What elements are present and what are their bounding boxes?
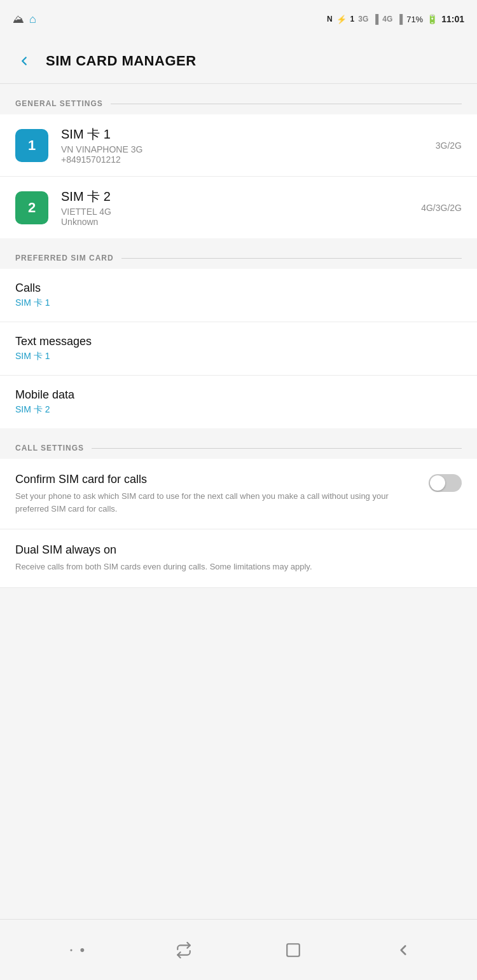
spacer — [0, 588, 477, 920]
calls-pref-item[interactable]: Calls SIM 卡 1 — [0, 269, 477, 322]
battery-percent: 71% — [406, 15, 423, 24]
sim1-carrier: VN VINAPHONE 3G — [61, 144, 436, 154]
battery-icon: 🔋 — [427, 14, 438, 24]
dual-sim-text: Dual SIM always on Receive calls from bo… — [15, 543, 462, 573]
confirm-sim-toggle-container — [429, 474, 462, 492]
status-bar-right-icons: N ⚡ 1 3G ▐ 4G ▐ 71% 🔋 11:01 — [327, 14, 464, 24]
sim1-network: 3G/2G — [436, 140, 462, 151]
confirm-sim-text: Confirm SIM card for calls Set your phon… — [15, 473, 418, 515]
svg-point-0 — [71, 949, 73, 951]
sim2-icon: 2 — [15, 191, 48, 224]
calls-pref-title: Calls — [15, 282, 462, 295]
call-settings-section-header: CALL SETTINGS — [0, 428, 477, 459]
dual-sim-title: Dual SIM always on — [15, 543, 462, 557]
text-messages-pref-item[interactable]: Text messages SIM 卡 1 — [0, 322, 477, 376]
mobile-data-pref-value: SIM 卡 2 — [15, 404, 462, 416]
calls-pref-value: SIM 卡 1 — [15, 297, 462, 309]
dual-sim-desc: Receive calls from both SIM cards even d… — [15, 561, 462, 573]
sim1-icon: 1 — [15, 129, 48, 162]
page-header: SIM CARD MANAGER — [0, 38, 477, 84]
3g-icon: 3G — [358, 15, 368, 24]
sim2-phone: Unknown — [61, 217, 421, 227]
sim1-item[interactable]: 1 SIM 卡 1 VN VINAPHONE 3G +84915701212 3… — [0, 114, 477, 177]
call-settings-label: CALL SETTINGS — [15, 444, 84, 453]
confirm-sim-toggle-knob — [430, 475, 445, 491]
menu-nav-button[interactable]: • — [59, 935, 89, 965]
confirm-sim-desc: Set your phone to ask which SIM card to … — [15, 490, 418, 515]
preferred-sim-divider — [121, 258, 462, 259]
sim1-phone: +84915701212 — [61, 154, 436, 165]
back-button[interactable] — [13, 50, 36, 72]
nfc-icon: N — [327, 15, 333, 24]
mobile-data-pref-item[interactable]: Mobile data SIM 卡 2 — [0, 376, 477, 428]
back-nav-button[interactable] — [388, 935, 418, 965]
sim2-carrier: VIETTEL 4G — [61, 207, 421, 217]
text-messages-pref-title: Text messages — [15, 335, 462, 348]
signal1-icon: ▐ — [372, 14, 378, 24]
confirm-sim-title: Confirm SIM card for calls — [15, 473, 418, 486]
general-settings-section-header: GENERAL SETTINGS — [0, 84, 477, 114]
recent-apps-button[interactable] — [169, 935, 199, 965]
bottom-navigation: • — [0, 919, 477, 980]
4g-icon: 4G — [382, 15, 392, 24]
home-icon: ⌂ — [29, 13, 36, 26]
sim2-number: 2 — [28, 200, 36, 216]
text-messages-pref-value: SIM 卡 1 — [15, 351, 462, 362]
call-settings-divider — [92, 448, 462, 449]
status-bar-left-icons: ⛰ ⌂ — [13, 13, 36, 26]
sim2-network: 4G/3G/2G — [421, 203, 462, 213]
status-bar: ⛰ ⌂ N ⚡ 1 3G ▐ 4G ▐ 71% 🔋 11:01 — [0, 0, 477, 38]
confirm-sim-toggle[interactable] — [429, 474, 462, 492]
page-title: SIM CARD MANAGER — [46, 53, 197, 69]
mountain-icon: ⛰ — [13, 13, 24, 26]
dual-sim-item[interactable]: Dual SIM always on Receive calls from bo… — [0, 529, 477, 588]
sim2-info: SIM 卡 2 VIETTEL 4G Unknown — [61, 188, 421, 227]
flash-icon: ⚡ — [336, 15, 347, 24]
preferred-sim-label: PREFERRED SIM CARD — [15, 254, 114, 262]
sim1-indicator: 1 — [350, 15, 355, 24]
home-nav-button[interactable] — [278, 935, 308, 965]
signal2-icon: ▐ — [396, 14, 403, 24]
sim1-name: SIM 卡 1 — [61, 126, 436, 143]
confirm-sim-item[interactable]: Confirm SIM card for calls Set your phon… — [0, 459, 477, 529]
sim1-info: SIM 卡 1 VN VINAPHONE 3G +84915701212 — [61, 126, 436, 165]
sim2-item[interactable]: 2 SIM 卡 2 VIETTEL 4G Unknown 4G/3G/2G — [0, 177, 477, 238]
preferred-sim-section-header: PREFERRED SIM CARD — [0, 238, 477, 269]
general-settings-label: GENERAL SETTINGS — [15, 99, 103, 108]
mobile-data-pref-title: Mobile data — [15, 388, 462, 402]
general-settings-divider — [111, 104, 462, 104]
sim2-name: SIM 卡 2 — [61, 188, 421, 205]
time-display: 11:01 — [441, 14, 464, 24]
sim1-number: 1 — [28, 137, 36, 154]
svg-rect-1 — [287, 944, 300, 956]
